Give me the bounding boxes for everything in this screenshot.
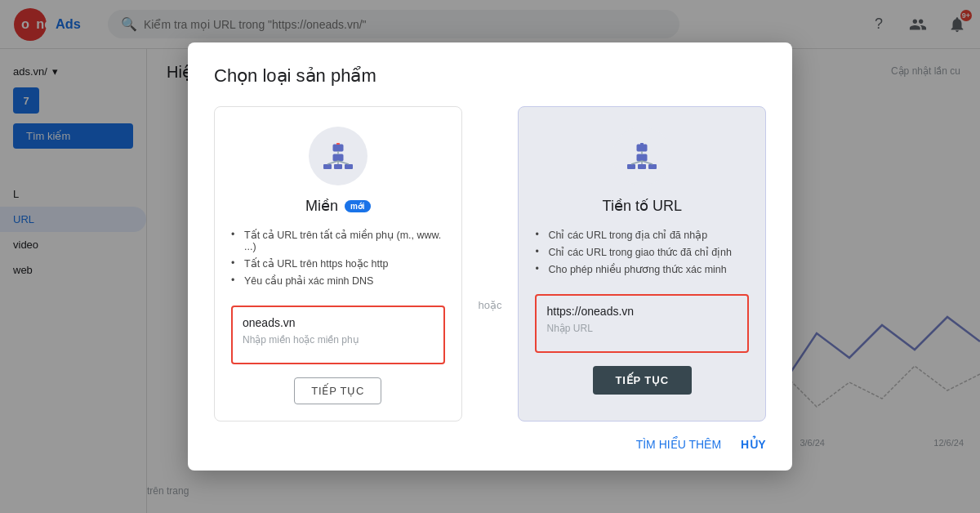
svg-rect-17 bbox=[638, 164, 646, 169]
domain-icon bbox=[309, 127, 368, 185]
mien-input-placeholder: Nhập miền hoặc miền phụ bbox=[243, 334, 434, 346]
card-mien-title: Miền bbox=[305, 197, 338, 215]
url-tiep-tuc-button[interactable]: TIẾP TỤC bbox=[593, 366, 692, 395]
learn-more-link[interactable]: TÌM HIỂU THÊM bbox=[636, 438, 721, 451]
mien-input[interactable] bbox=[243, 316, 434, 329]
svg-rect-23 bbox=[640, 143, 644, 145]
svg-rect-16 bbox=[627, 164, 635, 169]
svg-rect-4 bbox=[333, 145, 343, 151]
feature-item: Yêu cầu phải xác minh DNS bbox=[231, 272, 445, 289]
url-input-placeholder: Nhập URL bbox=[546, 323, 737, 334]
svg-rect-6 bbox=[323, 164, 332, 169]
new-badge: mới bbox=[345, 200, 371, 212]
svg-rect-7 bbox=[334, 164, 342, 169]
mien-tiep-tuc-button[interactable]: TIẾP TỤC bbox=[294, 377, 381, 404]
feature-item: Tất cả URL trên https hoặc http bbox=[231, 255, 445, 272]
svg-rect-18 bbox=[648, 164, 657, 169]
feature-item: Tất cả URL trên tất cả miền phụ (m., www… bbox=[231, 226, 445, 255]
card-url-title-row: Tiền tố URL bbox=[603, 197, 682, 215]
svg-line-20 bbox=[631, 161, 642, 164]
card-mien-title-row: Miền mới bbox=[305, 197, 371, 215]
feature-item: Cho phép nhiều phương thức xác minh bbox=[535, 261, 749, 278]
url-input[interactable] bbox=[546, 305, 737, 318]
svg-line-22 bbox=[642, 161, 653, 164]
svg-line-12 bbox=[338, 161, 349, 164]
card-mien: Miền mới Tất cả URL trên tất cả miền phụ… bbox=[214, 106, 462, 422]
svg-rect-8 bbox=[345, 164, 353, 169]
card-separator: hoặc bbox=[479, 106, 502, 422]
svg-rect-14 bbox=[637, 145, 647, 151]
card-url-title: Tiền tố URL bbox=[603, 197, 682, 215]
modal-title: Chọn loại sản phẩm bbox=[214, 65, 766, 87]
cancel-button[interactable]: HỦY bbox=[741, 438, 766, 451]
modal-cards: Miền mới Tất cả URL trên tất cả miền phụ… bbox=[214, 106, 766, 422]
modal-footer: TÌM HIỂU THÊM HỦY bbox=[214, 438, 766, 451]
modal-dialog: Chọn loại sản phẩm bbox=[188, 42, 792, 471]
feature-item: Chỉ các URL trong địa chỉ đã nhập bbox=[535, 226, 749, 243]
svg-rect-13 bbox=[336, 143, 340, 145]
card-url-features: Chỉ các URL trong địa chỉ đã nhập Chỉ cá… bbox=[535, 226, 749, 278]
card-url-input-area[interactable]: Nhập URL bbox=[535, 294, 749, 353]
card-url-prefix: Tiền tố URL Chỉ các URL trong địa chỉ đã… bbox=[518, 106, 766, 422]
svg-line-10 bbox=[327, 161, 338, 164]
card-mien-input-area[interactable]: Nhập miền hoặc miền phụ bbox=[231, 306, 445, 364]
svg-rect-5 bbox=[333, 154, 343, 161]
url-prefix-icon bbox=[612, 127, 671, 185]
card-mien-features: Tất cả URL trên tất cả miền phụ (m., www… bbox=[231, 226, 445, 289]
svg-rect-15 bbox=[637, 154, 647, 161]
feature-item: Chỉ các URL trong giao thức đã chỉ định bbox=[535, 243, 749, 261]
